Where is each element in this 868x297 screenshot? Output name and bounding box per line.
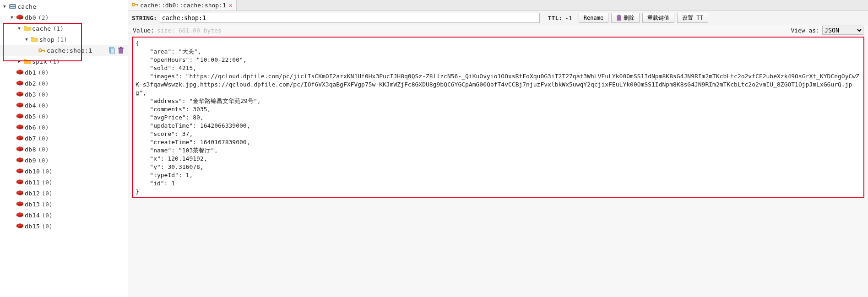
value-textarea[interactable]: { "area": "大关", "openHours": "10:00-22:0… (132, 37, 864, 198)
tree-db-node[interactable]: db15(0) (0, 221, 128, 232)
db-count: (0) (38, 157, 49, 164)
redis-db-icon (16, 103, 24, 108)
db-count: (0) (42, 201, 52, 208)
tree-folder-shop[interactable]: shop (1) (0, 34, 128, 45)
tree-db-node[interactable]: db1(0) (0, 67, 128, 78)
tree-db-node[interactable]: db13(0) (0, 199, 128, 210)
db-count: (0) (42, 223, 52, 230)
app-root: cache db0 (2) cache (1) (0, 0, 868, 297)
delete-button[interactable]: 删除 (611, 13, 640, 23)
tree-db-node[interactable]: db14(0) (0, 210, 128, 221)
svg-rect-13 (120, 47, 122, 48)
db-label: db11 (25, 179, 40, 186)
view-as-label: View as: (791, 27, 819, 34)
tree-db0-node[interactable]: db0 (2) (0, 12, 128, 23)
svg-rect-63 (617, 16, 621, 16)
db-count: (0) (38, 135, 49, 142)
db-list-container: db1(0)db2(0)db3(0)db4(0)db5(0)db6(0)db7(… (0, 67, 128, 232)
tree-db-node[interactable]: db11(0) (0, 177, 128, 188)
db-count: (0) (42, 212, 52, 219)
svg-rect-0 (9, 4, 16, 9)
chevron-down-icon[interactable] (2, 4, 7, 9)
delete-button-label: 删除 (624, 14, 635, 22)
tree-db-node[interactable]: db2(0) (0, 78, 128, 89)
tree-db-node[interactable]: db10(0) (0, 166, 128, 177)
db-label: db14 (25, 212, 40, 219)
svg-rect-62 (617, 16, 621, 21)
value-size: size: 661.00 bytes (157, 27, 222, 34)
db-label: db0 (25, 14, 36, 21)
set-ttl-button[interactable]: 设置 TT (677, 13, 708, 23)
folder-count: (1) (56, 36, 67, 43)
db-count: (0) (38, 80, 49, 87)
key-label: cache:shop:1 (47, 47, 92, 54)
ttl-value: -1 (565, 15, 572, 22)
chevron-down-icon[interactable] (16, 26, 22, 31)
value-meta-row: Value: size: 661.00 bytes View as: JSON (128, 25, 868, 37)
db-label: db8 (25, 146, 36, 153)
view-as-select[interactable]: JSON (822, 26, 863, 35)
db-count: (0) (42, 190, 52, 197)
main-panel: cache::db0::cache:shop:1 ✕ STRING: TTL: … (128, 0, 868, 297)
key-icon (38, 48, 46, 53)
db-label: db9 (25, 157, 36, 164)
sidebar: cache db0 (2) cache (1) (0, 0, 128, 297)
tab-key[interactable]: cache::db0::cache:shop:1 ✕ (128, 0, 237, 11)
tab-bar: cache::db0::cache:shop:1 ✕ (128, 0, 868, 11)
tree-db-node[interactable]: db7(0) (0, 133, 128, 144)
copy-icon[interactable] (108, 47, 115, 54)
folder-label: cache (32, 25, 51, 32)
tree-db-node[interactable]: db5(0) (0, 111, 128, 122)
tree-folder-cache[interactable]: cache (1) (0, 23, 128, 34)
redis-db-icon (16, 70, 24, 75)
db-label: db6 (25, 124, 36, 131)
chevron-down-icon[interactable] (24, 37, 29, 42)
db-count: (0) (38, 124, 49, 131)
tree-db-node[interactable]: db6(0) (0, 122, 128, 133)
tree-key-cache-shop-1[interactable]: cache:shop:1 (0, 45, 128, 56)
chevron-down-icon[interactable] (9, 15, 15, 20)
tree-db-node[interactable]: db3(0) (0, 89, 128, 100)
tree-db-node[interactable]: db9(0) (0, 155, 128, 166)
delete-icon[interactable] (118, 47, 124, 54)
redis-db-icon (16, 135, 24, 141)
value-container: { "area": "大关", "openHours": "10:00-22:0… (132, 37, 864, 293)
redis-db-icon (16, 92, 24, 97)
db-label: db7 (25, 135, 36, 142)
rename-button[interactable]: Rename (579, 13, 608, 23)
tab-title: cache::db0::cache:shop:1 (140, 2, 226, 9)
svg-rect-2 (10, 7, 15, 8)
key-row-actions (108, 47, 124, 54)
database-server-icon (8, 4, 16, 9)
svg-rect-64 (618, 15, 619, 16)
folder-open-icon (23, 26, 31, 31)
key-icon (132, 2, 138, 9)
redis-db-icon (16, 201, 24, 207)
key-name-input[interactable] (160, 13, 540, 23)
key-info-row: STRING: TTL: -1 Rename 删除 重载键值 设置 TT (128, 11, 868, 25)
tree-db-node[interactable]: db12(0) (0, 188, 128, 199)
ttl-label: TTL: (548, 15, 562, 22)
folder-count: (1) (49, 58, 60, 65)
redis-db-icon (16, 179, 24, 185)
redis-db-icon (16, 168, 24, 174)
key-tree: cache db0 (2) cache (1) (0, 0, 128, 232)
tree-folder-spzx[interactable]: spzx (1) (0, 56, 128, 67)
tree-connection-node[interactable]: cache (0, 1, 128, 12)
db-label: db15 (25, 223, 40, 230)
db-label: db10 (25, 168, 40, 175)
svg-rect-8 (44, 50, 45, 52)
db-count: (0) (38, 91, 49, 98)
db-count: (0) (42, 168, 52, 175)
svg-rect-10 (110, 48, 114, 54)
redis-db-icon (16, 212, 24, 218)
db-count: (0) (38, 102, 49, 109)
tab-close-icon[interactable]: ✕ (229, 2, 233, 9)
redis-db-icon (16, 15, 24, 20)
type-label: STRING: (132, 15, 157, 22)
tree-db-node[interactable]: db8(0) (0, 144, 128, 155)
db-count: (0) (38, 69, 49, 76)
reload-value-button[interactable]: 重载键值 (642, 13, 674, 23)
chevron-right-icon[interactable] (16, 59, 22, 64)
tree-db-node[interactable]: db4(0) (0, 100, 128, 111)
